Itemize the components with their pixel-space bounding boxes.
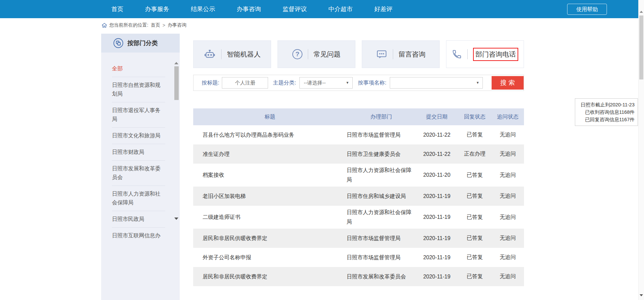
sidebar-scrollbar-thumb[interactable]	[174, 66, 179, 100]
divider	[467, 49, 468, 59]
row-reply-status: 已答复	[458, 254, 492, 261]
consult-tabs: 智能机器人 ? 常见问题 留言咨询 部门咨询电话	[193, 40, 524, 68]
col-title: 标题	[193, 113, 347, 121]
row-date: 2020-11-19	[416, 193, 458, 199]
consultation-stats-box: 日照市截止到2020-11-23 已收到咨询信息1168件 已回复咨询信息116…	[575, 98, 638, 126]
row-department: 日照市市场监督管理局	[347, 232, 416, 245]
col-date: 提交日期	[416, 113, 458, 121]
nav-item-agency[interactable]: 中介超市	[328, 5, 353, 13]
table-row: 准生证办理 日照市卫生健康委员会 2020-11-22 正在办理 无追问	[193, 144, 524, 164]
nav-item-rating[interactable]: 好差评	[374, 5, 392, 13]
divider	[393, 49, 393, 59]
nav-item-services[interactable]: 办事服务	[145, 5, 169, 13]
sidebar-item-all[interactable]: 全部	[112, 61, 165, 77]
tab-message-consult[interactable]: 留言咨询	[362, 40, 440, 68]
tab-department-phone[interactable]: 部门咨询电话	[446, 40, 524, 68]
page-scrollbar-thumb[interactable]	[639, 15, 643, 79]
sidebar-title: 按部门分类	[127, 39, 158, 47]
row-department: 日照市卫生健康委员会	[347, 147, 416, 161]
table-row: 居民和非居民供暖收费界定 日照市发展和改革委员会 2020-11-19 已答复 …	[193, 267, 524, 286]
row-follow-status: 无追问	[492, 273, 524, 280]
row-date: 2020-11-19	[416, 255, 458, 261]
row-reply-status: 已答复	[458, 131, 492, 138]
col-reply-status: 回复状态	[458, 113, 492, 121]
table-row: 档案接收 日照市人力资源和社会保障局 2020-11-20 已答复 无追问	[193, 164, 524, 187]
item-filter-label: 按事项名称:	[358, 79, 386, 87]
row-date: 2020-11-19	[416, 235, 458, 241]
department-sidebar: 按部门分类 全部 日照市自然资源和规划局 日照市退役军人事务局 日照市文化和旅游…	[101, 34, 180, 300]
scroll-down-arrow[interactable]	[640, 294, 643, 296]
row-reply-status: 已答复	[458, 214, 492, 221]
row-follow-status: 无追问	[492, 172, 524, 179]
row-date: 2020-11-20	[416, 172, 458, 178]
row-date: 2020-11-19	[416, 214, 458, 220]
row-follow-status: 无追问	[492, 151, 524, 158]
table-row: 居民和非居民供暖收费界定 日照市市场监督管理局 2020-11-19 已答复 无…	[193, 229, 524, 248]
tab-faq[interactable]: ? 常见问题	[277, 40, 355, 68]
topic-select-value: --请选择--	[304, 80, 326, 86]
breadcrumb-current: 办事咨询	[168, 22, 186, 28]
item-name-select[interactable]: ▼	[390, 77, 483, 89]
row-title-link[interactable]: 居民和非居民供暖收费界定	[193, 234, 347, 243]
row-date: 2020-11-19	[416, 274, 458, 280]
sidebar-header: 按部门分类	[101, 34, 180, 53]
sidebar-item-finance[interactable]: 日照市财政局	[112, 144, 165, 161]
table-header: 标题 办理部门 提交日期 回复状态 追问状态	[193, 108, 524, 125]
search-button[interactable]: 搜 索	[492, 76, 524, 90]
sidebar-item-veterans[interactable]: 日照市退役军人事务局	[112, 102, 165, 128]
col-department: 办理部门	[347, 113, 416, 121]
chevron-down-icon: ▼	[346, 77, 349, 88]
sidebar-item-civil-affairs[interactable]: 日照市民政局	[112, 211, 165, 228]
divider	[308, 49, 308, 59]
sidebar-scroll-up-arrow[interactable]	[174, 62, 178, 64]
question-icon: ?	[292, 49, 302, 59]
row-title-link[interactable]: 外资子公司名称申报	[193, 253, 347, 262]
col-follow-status: 追问状态	[492, 113, 524, 121]
sidebar-item-human-resources[interactable]: 日照市人力资源和社会保障局	[112, 186, 165, 211]
main-content: 智能机器人 ? 常见问题 留言咨询 部门咨询电话	[193, 40, 524, 286]
stats-line-1: 日照市截止到2020-11-23	[578, 101, 635, 108]
table-row: 二级建造师证书 日照市人力资源和社会保障局 2020-11-19 已答复 无追问	[193, 206, 524, 229]
row-date: 2020-11-22	[416, 132, 458, 138]
category-icon	[113, 38, 123, 48]
row-title-link[interactable]: 准生证办理	[193, 150, 347, 159]
sidebar-item-natural-resources[interactable]: 日照市自然资源和规划局	[112, 77, 165, 102]
page-scrollbar[interactable]	[638, 0, 644, 300]
breadcrumb-home-link[interactable]: 首页	[151, 22, 160, 28]
sidebar-item-culture-tourism[interactable]: 日照市文化和旅游局	[112, 128, 165, 144]
title-search-input[interactable]	[222, 77, 268, 89]
message-icon	[376, 49, 387, 59]
breadcrumb: 您当前所在的位置: 首页 > 办事咨询	[102, 22, 186, 28]
search-bar: 按标题: 主题分类: --请选择-- ▼ 按事项名称: ▼ 搜 索	[193, 75, 524, 91]
row-title-link[interactable]: 老旧小区加装电梯	[193, 192, 347, 201]
home-icon	[102, 23, 107, 28]
sidebar-item-internet-info[interactable]: 日照市互联网信息办	[112, 228, 165, 244]
nav-menu: 首页 办事服务 结果公示 办事咨询 监督评议 中介超市 好差评	[111, 5, 392, 13]
table-row: 莒县什么地方可以办理商品条形码业务 日照市市场监督管理局 2020-11-22 …	[193, 125, 524, 144]
nav-item-supervision[interactable]: 监督评议	[283, 5, 307, 13]
scroll-up-arrow[interactable]	[640, 11, 643, 13]
topic-select[interactable]: --请选择-- ▼	[299, 77, 353, 89]
row-reply-status: 已答复	[458, 193, 492, 200]
nav-item-results[interactable]: 结果公示	[191, 5, 215, 13]
tab-department-phone-label: 部门咨询电话	[473, 48, 518, 61]
sidebar-item-development-reform[interactable]: 日照市发展和改革委员会	[112, 161, 165, 186]
row-title-link[interactable]: 莒县什么地方可以办理商品条形码业务	[193, 131, 347, 139]
breadcrumb-separator: >	[163, 23, 165, 28]
help-button[interactable]: 使用帮助	[567, 4, 607, 15]
tab-faq-label: 常见问题	[314, 50, 341, 59]
row-follow-status: 无追问	[492, 193, 524, 200]
sidebar-scroll-down-arrow[interactable]	[174, 218, 178, 220]
row-follow-status: 无追问	[492, 131, 524, 138]
nav-item-consult[interactable]: 办事咨询	[237, 5, 261, 13]
row-title-link[interactable]: 居民和非居民供暖收费界定	[193, 272, 347, 281]
sidebar-list: 全部 日照市自然资源和规划局 日照市退役军人事务局 日照市文化和旅游局 日照市财…	[101, 53, 180, 244]
nav-item-home[interactable]: 首页	[111, 5, 123, 13]
row-follow-status: 无追问	[492, 214, 524, 221]
tab-smart-robot[interactable]: 智能机器人	[193, 40, 271, 68]
row-department: 日照市发展和改革委员会	[347, 270, 416, 284]
row-title-link[interactable]: 档案接收	[193, 171, 347, 179]
phone-icon	[452, 49, 462, 59]
row-title-link[interactable]: 二级建造师证书	[193, 213, 347, 222]
row-reply-status: 已答复	[458, 273, 492, 280]
